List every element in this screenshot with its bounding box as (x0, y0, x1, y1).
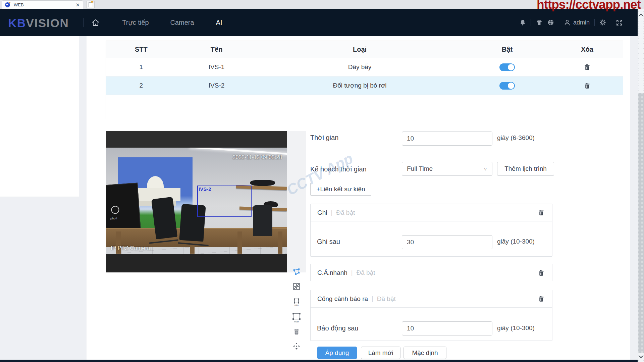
section-status: Đã bật (377, 295, 396, 303)
ivs-rule-region[interactable]: IVS-2 (197, 186, 252, 217)
scrollbar-thumb[interactable] (638, 93, 644, 353)
trash-icon[interactable] (538, 270, 544, 276)
col-header-stt: STT (106, 41, 176, 58)
alarm-delay-hint: giây (10-300) (497, 324, 535, 332)
snapshot-section: C.Ả.nhanh | Đã bật (310, 264, 552, 281)
cell-name: IVS-1 (176, 58, 257, 76)
browser-tab[interactable]: WEB ✕ (2, 0, 83, 9)
chevron-down-icon: ∨ (483, 166, 487, 171)
link-event-button[interactable]: +Liên kết sự kiện (310, 183, 371, 196)
video-timestamp: 2022-11-12 09:02:28 (233, 154, 282, 160)
col-header-type: Loại (257, 41, 463, 58)
record-delay-input[interactable] (402, 235, 492, 249)
nav-right-divider (594, 19, 595, 26)
nav-item-camera[interactable]: Camera (170, 9, 194, 36)
section-title: Cổng cảnh báo ra (317, 295, 368, 303)
toggle-knob (508, 64, 514, 70)
record-delay-label: Ghi sau (317, 238, 340, 246)
section-status: Đã bật (336, 209, 355, 216)
trash-icon[interactable] (538, 296, 544, 302)
default-button[interactable]: Mặc định (404, 347, 446, 359)
gear-icon[interactable] (599, 19, 606, 26)
trash-icon[interactable] (538, 209, 544, 216)
camera-scene: alhua (106, 148, 287, 254)
camera-preview: alhua 2022-11-12 09:02:28 IVS-2 IP PTZ C… (106, 131, 287, 272)
cell-type: Dây bẫy (257, 58, 463, 76)
apply-button[interactable]: Áp dụng (317, 347, 357, 359)
ivs-rule-label: IVS-2 (199, 186, 211, 192)
top-navbar: KBVISION Trực tiếp Camera AI admin (0, 9, 638, 36)
section-divider (310, 158, 552, 158)
trash-icon[interactable] (584, 83, 590, 89)
nav-right-divider (559, 19, 559, 26)
table-header-row: STT Tên Loại Bật Xóa (106, 41, 623, 58)
svg-text:max: max (294, 320, 299, 323)
section-status: Đã bật (356, 269, 375, 276)
ivs-rules-table: STT Tên Loại Bật Xóa 1 IVS-1 Dây bẫy 2 I… (106, 41, 623, 119)
duration-label: Thời gian (310, 134, 338, 142)
table-row[interactable]: 2 IVS-2 Đối tượng bị bỏ rơi (106, 76, 623, 95)
nav-right-divider (531, 19, 531, 26)
col-header-name: Tên (176, 41, 257, 58)
tab-close-icon[interactable]: ✕ (75, 2, 80, 7)
section-title: Ghi (317, 209, 327, 216)
video-letterbox-top (106, 131, 287, 148)
enable-toggle[interactable] (499, 63, 515, 71)
col-header-delete: Xóa (551, 41, 623, 58)
pixel-grid-icon[interactable] (292, 282, 301, 292)
url-watermark: https://cctvapp.net (537, 0, 641, 12)
scroll-up-arrow[interactable] (638, 11, 644, 18)
pan-move-icon[interactable] (292, 342, 301, 352)
page-scrollbar (638, 9, 644, 362)
nav-divider (83, 18, 84, 27)
table-row[interactable]: 1 IVS-1 Dây bẫy (106, 58, 623, 76)
cell-type: Đối tượng bị bỏ rơi (257, 76, 463, 95)
svg-text:min: min (294, 304, 298, 307)
office-chair (253, 205, 272, 236)
draw-toolbar: min max (287, 131, 306, 272)
schedule-select[interactable]: Full Time ∨ (402, 162, 492, 176)
schedule-label: Kế hoạch thời gian (310, 165, 367, 173)
trash-icon[interactable] (584, 64, 590, 70)
cell-stt: 1 (106, 58, 176, 76)
site-favicon (5, 2, 10, 7)
duration-input[interactable] (402, 132, 492, 146)
tab-title: WEB (14, 2, 24, 7)
refresh-button[interactable]: Làm mới (361, 347, 400, 359)
duration-hint: giây (6-3600) (497, 134, 535, 142)
fullscreen-icon[interactable] (616, 19, 623, 26)
min-size-icon[interactable]: min (292, 297, 301, 308)
kbvision-logo: KBVISION (8, 16, 69, 30)
snapshot-section-header: C.Ả.nhanh | Đã bật (311, 264, 552, 281)
left-sidebar (0, 36, 79, 197)
polygon-draw-icon[interactable] (292, 267, 301, 277)
cell-name: IVS-2 (176, 76, 257, 95)
user-icon[interactable] (564, 19, 571, 26)
max-size-icon[interactable]: max (291, 312, 302, 324)
new-tab-button[interactable] (86, 1, 95, 8)
home-icon[interactable] (91, 18, 100, 28)
notification-bell-icon[interactable] (520, 19, 526, 26)
add-schedule-button[interactable]: Thêm lịch trình (497, 162, 554, 176)
alarm-delay-input[interactable] (402, 321, 492, 335)
section-title: C.Ả.nhanh (317, 269, 347, 276)
nav-item-live[interactable]: Trực tiếp (122, 9, 149, 36)
col-header-enable: Bật (463, 41, 552, 58)
enable-toggle[interactable] (499, 82, 515, 90)
cell-stt: 2 (106, 76, 176, 95)
scroll-down-arrow[interactable] (638, 353, 644, 361)
video-letterbox-bottom (106, 254, 287, 272)
alarm-out-section-header: Cổng cảnh báo ra | Đã bật (311, 290, 552, 308)
globe-icon[interactable] (547, 19, 554, 26)
record-delay-hint: giây (10-300) (497, 238, 535, 245)
new-tab-icon (89, 2, 92, 7)
username-label[interactable]: admin (573, 19, 590, 26)
alarm-delay-label: Báo động sau (317, 324, 358, 332)
toggle-knob (508, 83, 514, 89)
nav-right-divider (611, 19, 611, 26)
schedule-select-value: Full Time (407, 165, 433, 172)
delete-shape-icon[interactable] (293, 328, 299, 336)
camera-name-label: IP PTZ Camera (111, 245, 150, 252)
nav-item-ai[interactable]: AI (216, 9, 222, 36)
tshirt-icon[interactable] (536, 19, 543, 26)
